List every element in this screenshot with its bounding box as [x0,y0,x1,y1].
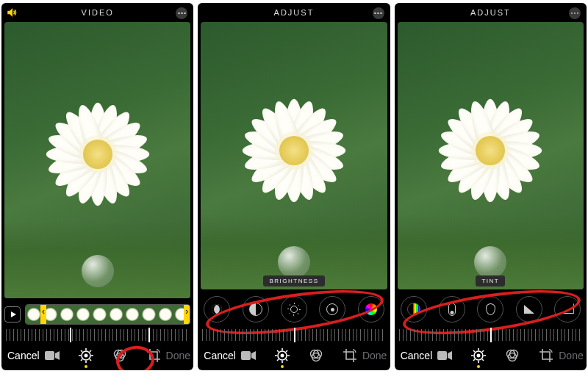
editor-screen-3: ADJUST TINT Cancel Done [395,3,587,370]
svg-line-23 [277,359,279,361]
warmth-icon[interactable] [439,296,465,322]
mode-title: VIDEO [82,8,114,17]
more-icon[interactable] [569,7,581,19]
exposure-icon[interactable] [204,296,230,322]
bottom-toolbar: Cancel Done [1,341,193,370]
svg-line-35 [482,359,484,361]
sound-icon[interactable] [6,6,19,19]
more-icon[interactable] [373,7,384,19]
filters-tab-icon[interactable] [112,347,128,364]
svg-point-10 [84,354,87,358]
trim-start-handle[interactable] [40,304,46,325]
svg-line-22 [286,350,287,352]
more-icon[interactable] [176,7,187,19]
svg-line-20 [277,350,279,352]
blackpoint-icon[interactable] [319,296,345,322]
adjust-label: BRIGHTNESS [263,275,324,286]
adjust-slider[interactable] [202,329,385,341]
crop-tab-icon[interactable] [538,347,554,364]
media-preview[interactable] [4,22,190,298]
crop-tab-icon[interactable] [146,347,162,364]
svg-point-38 [477,354,481,358]
adjust-tab-icon[interactable] [78,347,94,364]
saturation-icon[interactable] [358,296,384,322]
brightness-icon[interactable] [281,296,307,322]
adjust-tab-icon[interactable] [470,347,487,364]
svg-point-41 [509,353,517,361]
adjust-tab-icon[interactable] [274,347,290,364]
video-tab-icon[interactable] [240,347,257,364]
play-button[interactable] [4,306,21,322]
svg-line-21 [286,359,287,361]
vibrance-icon[interactable] [401,296,427,322]
svg-point-24 [280,354,284,358]
svg-point-27 [312,353,320,361]
svg-point-13 [115,353,123,361]
editor-screen-2: ADJUST BRIGHTNESS Cancel Done [198,3,390,370]
bottom-toolbar: Cancel Done [395,341,587,370]
svg-line-8 [90,350,91,352]
cancel-button[interactable]: Cancel [204,350,236,361]
editor-screen-1: VIDEO Cancel Done [1,3,193,370]
svg-rect-28 [437,351,447,360]
adjust-label: TINT [476,275,505,286]
mode-title: ADJUST [470,8,511,17]
video-timeline[interactable] [4,303,190,326]
svg-line-7 [90,359,91,361]
svg-rect-0 [45,351,54,360]
adjust-tools-row[interactable] [395,292,587,326]
cancel-button[interactable]: Cancel [401,350,433,361]
svg-line-37 [473,359,475,361]
done-button[interactable]: Done [166,350,190,361]
svg-line-9 [81,359,82,361]
filmstrip[interactable] [25,304,190,325]
done-button[interactable]: Done [559,350,583,361]
svg-line-34 [473,350,475,352]
bottom-toolbar: Cancel Done [198,341,390,370]
scrubber-ticks[interactable] [6,329,189,341]
svg-rect-14 [241,351,251,360]
svg-line-36 [482,350,484,352]
sharpness-icon[interactable] [516,296,542,322]
adjust-slider[interactable] [399,329,582,341]
contrast-icon[interactable] [243,296,269,322]
filters-tab-icon[interactable] [308,347,324,364]
mode-title: ADJUST [274,8,315,17]
video-tab-icon[interactable] [44,347,60,364]
svg-line-6 [81,350,82,352]
filters-tab-icon[interactable] [504,347,520,364]
media-preview[interactable]: BRIGHTNESS [201,22,387,289]
media-preview[interactable]: TINT [398,22,584,289]
video-tab-icon[interactable] [437,347,453,364]
definition-icon[interactable] [554,296,581,322]
crop-tab-icon[interactable] [342,347,358,364]
tint-icon[interactable] [477,296,503,322]
cancel-button[interactable]: Cancel [7,350,40,361]
trim-end-handle[interactable] [184,304,190,325]
adjust-tools-row[interactable] [198,292,390,326]
done-button[interactable]: Done [362,350,387,361]
